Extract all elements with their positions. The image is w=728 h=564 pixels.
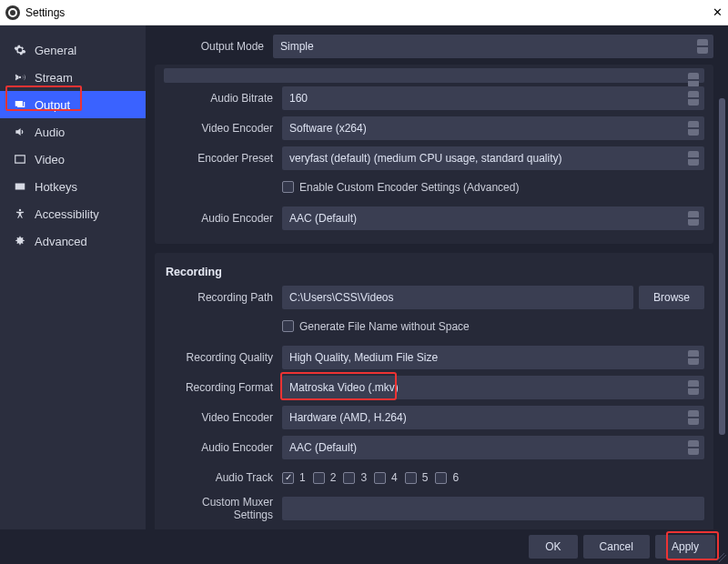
- input-custom-muxer[interactable]: [282, 497, 704, 520]
- label-recording-format: Recording Format: [164, 381, 282, 394]
- label-video-encoder: Video Encoder: [164, 122, 282, 135]
- select-audio-encoder[interactable]: AAC (Default): [282, 206, 704, 230]
- checkbox-icon: [282, 320, 294, 332]
- checkbox-icon: [282, 472, 294, 484]
- checkbox-gen-no-space[interactable]: Generate File Name without Space: [282, 320, 470, 333]
- sidebar-item-output[interactable]: Output: [0, 91, 146, 118]
- sidebar-item-label: Hotkeys: [35, 180, 77, 194]
- track-3[interactable]: 3: [343, 471, 367, 484]
- checkbox-icon: [282, 181, 294, 193]
- label-output-mode: Output Mode: [155, 40, 273, 53]
- sidebar-item-general[interactable]: General: [0, 36, 146, 64]
- cancel-button[interactable]: Cancel: [583, 535, 650, 559]
- sidebar-item-label: Stream: [35, 71, 73, 85]
- sidebar-item-advanced[interactable]: Advanced: [0, 227, 146, 255]
- select-audio-bitrate[interactable]: 160: [282, 86, 704, 110]
- output-icon: [13, 97, 27, 112]
- panel-recording: Recording Recording Path Browse Generate…: [155, 253, 713, 529]
- label-audio-encoder: Audio Encoder: [164, 212, 282, 225]
- collapsed-field[interactable]: [164, 68, 704, 83]
- window-title: Settings: [25, 6, 708, 19]
- video-icon: [13, 152, 27, 166]
- label-rec-audio-encoder: Audio Encoder: [164, 441, 282, 454]
- select-rec-video-encoder[interactable]: Hardware (AMD, H.264): [282, 406, 704, 429]
- scrollbar[interactable]: [719, 62, 725, 526]
- track-2[interactable]: 2: [313, 471, 337, 484]
- browse-button[interactable]: Browse: [639, 286, 704, 309]
- sidebar-item-stream[interactable]: Stream: [0, 64, 146, 91]
- label-audio-bitrate: Audio Bitrate: [164, 92, 282, 105]
- row-output-mode: Output Mode Simple: [155, 35, 713, 58]
- audio-tracks: 1 2 3 4 5 6: [282, 471, 704, 484]
- audio-icon: [13, 125, 27, 139]
- sidebar-item-label: Advanced: [35, 235, 87, 248]
- sidebar-item-label: Accessibility: [35, 207, 99, 221]
- label-custom-muxer: Custom Muxer Settings: [164, 496, 282, 521]
- select-video-encoder[interactable]: Software (x264): [282, 116, 704, 140]
- sidebar-item-label: General: [35, 44, 76, 57]
- label-audio-track: Audio Track: [164, 471, 282, 484]
- input-recording-path[interactable]: [282, 286, 633, 309]
- footer: OK Cancel Apply: [0, 529, 728, 564]
- close-icon[interactable]: ✕: [708, 5, 723, 19]
- advanced-icon: [13, 234, 27, 248]
- select-recording-format[interactable]: Matroska Video (.mkv): [282, 376, 704, 399]
- checkbox-icon: [343, 472, 355, 484]
- gear-icon: [13, 43, 27, 57]
- sidebar-item-label: Output: [35, 98, 70, 112]
- label-recording-quality: Recording Quality: [164, 351, 282, 364]
- content-area: Output Mode Simple Audio Bitrate 160 Vid…: [146, 25, 728, 529]
- select-output-mode[interactable]: Simple: [273, 35, 713, 58]
- select-recording-quality[interactable]: High Quality, Medium File Size: [282, 346, 704, 369]
- checkbox-icon: [313, 472, 325, 484]
- title-bar: Settings ✕: [0, 0, 728, 25]
- checkbox-icon: [405, 472, 417, 484]
- sidebar-item-label: Audio: [35, 126, 65, 139]
- signal-icon: [13, 70, 27, 85]
- accessibility-icon: [13, 206, 27, 221]
- checkbox-icon: [374, 472, 386, 484]
- scrollbar-thumb[interactable]: [719, 98, 725, 435]
- window-body: General Stream Output Audio Video Hotkey…: [0, 25, 728, 529]
- sidebar-item-video[interactable]: Video: [0, 146, 146, 173]
- track-6[interactable]: 6: [435, 471, 459, 484]
- track-5[interactable]: 5: [405, 471, 429, 484]
- checkbox-icon: [435, 472, 447, 484]
- sidebar: General Stream Output Audio Video Hotkey…: [0, 25, 146, 529]
- select-encoder-preset[interactable]: veryfast (default) (medium CPU usage, st…: [282, 146, 704, 170]
- select-rec-audio-encoder[interactable]: AAC (Default): [282, 436, 704, 459]
- panel-title-recording: Recording: [164, 262, 704, 286]
- label-encoder-preset: Encoder Preset: [164, 152, 282, 165]
- sidebar-item-hotkeys[interactable]: Hotkeys: [0, 173, 146, 200]
- app-icon: [5, 5, 20, 20]
- track-1[interactable]: 1: [282, 471, 306, 484]
- sidebar-item-accessibility[interactable]: Accessibility: [0, 200, 146, 227]
- resize-grip-icon[interactable]: [717, 553, 726, 562]
- checkbox-custom-encoder[interactable]: Enable Custom Encoder Settings (Advanced…: [282, 181, 519, 194]
- sidebar-item-audio[interactable]: Audio: [0, 118, 146, 146]
- track-4[interactable]: 4: [374, 471, 398, 484]
- apply-button[interactable]: Apply: [655, 535, 715, 559]
- label-recording-path: Recording Path: [164, 291, 282, 304]
- label-rec-video-encoder: Video Encoder: [164, 411, 282, 424]
- sidebar-item-label: Video: [35, 153, 65, 166]
- keyboard-icon: [13, 179, 27, 194]
- panel-streaming: Audio Bitrate 160 Video Encoder Software…: [155, 65, 713, 244]
- ok-button[interactable]: OK: [529, 535, 577, 559]
